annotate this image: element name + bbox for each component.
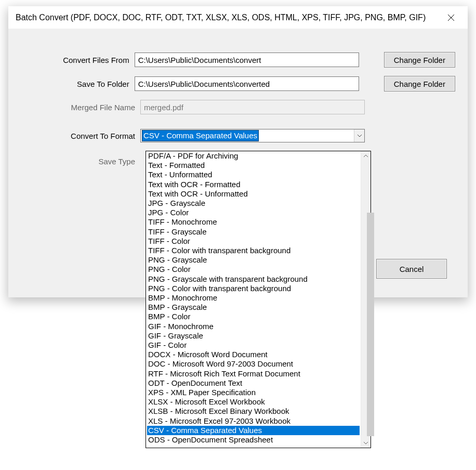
format-option[interactable]: PNG - Color with transparent background bbox=[147, 284, 360, 293]
format-option[interactable]: TIFF - Monochrome bbox=[147, 217, 360, 227]
close-button[interactable] bbox=[441, 7, 461, 28]
format-option[interactable]: CSV - Comma Separated Values bbox=[147, 426, 360, 435]
scroll-thumb[interactable] bbox=[367, 213, 374, 436]
format-option[interactable]: TIFF - Grayscale bbox=[147, 227, 360, 237]
chevron-up-icon bbox=[363, 154, 368, 158]
format-option[interactable]: BMP - Monochrome bbox=[147, 293, 360, 303]
close-icon bbox=[447, 14, 455, 21]
change-folder-from-button[interactable]: Change Folder bbox=[384, 52, 455, 68]
label-convert-format: Convert To Format bbox=[21, 132, 140, 140]
row-merged-name: Merged File Name bbox=[21, 100, 455, 114]
format-option[interactable]: BMP - Grayscale bbox=[147, 303, 360, 312]
scroll-down-button[interactable] bbox=[361, 438, 371, 448]
format-option[interactable]: JPG - Color bbox=[147, 208, 360, 217]
label-save-to: Save To Folder bbox=[21, 80, 135, 88]
format-option[interactable]: DOC - Microsoft Word 97-2003 Document bbox=[147, 359, 360, 369]
format-dropdown-list[interactable]: PDF/A - PDF for ArchivingText - Formatte… bbox=[146, 151, 361, 448]
label-convert-from: Convert Files From bbox=[21, 56, 135, 64]
format-option[interactable]: ODT - OpenDocument Text bbox=[147, 378, 360, 388]
format-option[interactable]: Text with OCR - Unformatted bbox=[147, 189, 360, 199]
window-title: Batch Convert (PDF, DOCX, DOC, RTF, ODT,… bbox=[16, 13, 426, 22]
format-option[interactable]: Text - Formatted bbox=[147, 161, 360, 170]
format-option[interactable]: TIFF - Color bbox=[147, 237, 360, 246]
format-option[interactable]: GIF - Grayscale bbox=[147, 331, 360, 341]
input-merged-name bbox=[140, 100, 365, 114]
chevron-down-icon bbox=[357, 134, 362, 137]
format-option[interactable]: JPG - Grayscale bbox=[147, 199, 360, 208]
titlebar: Batch Convert (PDF, DOCX, DOC, RTF, ODT,… bbox=[8, 6, 468, 29]
combo-convert-format[interactable]: CSV - Comma Separated Values bbox=[140, 129, 365, 142]
format-option[interactable]: Text with OCR - Formatted bbox=[147, 180, 360, 189]
change-folder-to-button[interactable]: Change Folder bbox=[384, 76, 455, 92]
format-option[interactable]: BMP - Color bbox=[147, 312, 360, 321]
format-option[interactable]: DOCX - Microsoft Word Document bbox=[147, 350, 360, 359]
chevron-down-icon bbox=[363, 441, 368, 445]
row-save-to: Save To Folder Change Folder bbox=[21, 76, 455, 92]
format-option[interactable]: GIF - Color bbox=[147, 341, 360, 350]
format-option[interactable]: TIFF - Color with transparent background bbox=[147, 246, 360, 255]
row-convert-format: Convert To Format CSV - Comma Separated … bbox=[21, 129, 455, 142]
label-merged-name: Merged File Name bbox=[21, 103, 140, 112]
input-save-to[interactable] bbox=[135, 76, 359, 91]
row-convert-from: Convert Files From Change Folder bbox=[21, 52, 455, 68]
format-dropdown[interactable]: PDF/A - PDF for ArchivingText - Formatte… bbox=[146, 151, 371, 448]
input-convert-from[interactable] bbox=[135, 53, 359, 67]
format-option[interactable]: PNG - Grayscale bbox=[147, 255, 360, 265]
format-option[interactable]: PNG - Color bbox=[147, 265, 360, 274]
format-option[interactable]: PDF/A - PDF for Archiving bbox=[147, 151, 360, 161]
scroll-up-button[interactable] bbox=[361, 151, 371, 161]
format-option[interactable]: XLS - Microsoft Excel 97-2003 Workbook bbox=[147, 416, 360, 426]
format-option[interactable]: XLSB - Microsoft Excel Binary Workbook bbox=[147, 407, 360, 416]
format-option[interactable]: GIF - Monochrome bbox=[147, 322, 360, 331]
dropdown-scrollbar[interactable] bbox=[361, 151, 371, 448]
format-option[interactable]: ODS - OpenDocument Spreadsheet bbox=[147, 435, 360, 445]
combo-selected-text: CSV - Comma Separated Values bbox=[142, 130, 259, 141]
format-option[interactable]: XPS - XML Paper Specification bbox=[147, 388, 360, 397]
format-option[interactable]: Text - Unformatted bbox=[147, 170, 360, 179]
label-save-type: Save Type bbox=[21, 157, 140, 166]
format-option[interactable]: XLSX - Microsoft Excel Workbook bbox=[147, 397, 360, 407]
combo-arrow-button[interactable] bbox=[354, 129, 364, 142]
format-option[interactable]: PNG - Grayscale with transparent backgro… bbox=[147, 275, 360, 284]
cancel-button[interactable]: Cancel bbox=[376, 259, 447, 279]
format-option[interactable]: RTF - Microsoft Rich Text Format Documen… bbox=[147, 369, 360, 378]
